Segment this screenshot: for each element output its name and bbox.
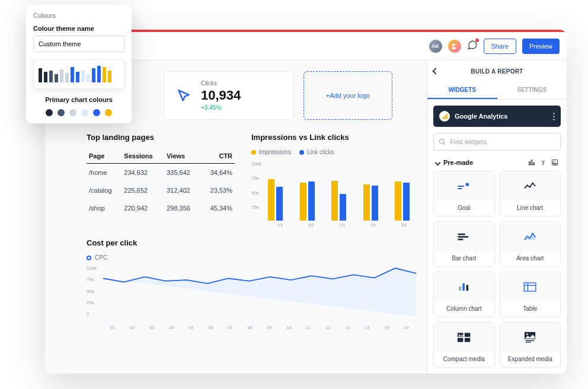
colours-title: Colours	[33, 12, 124, 19]
clicks-label: Clicks	[201, 80, 241, 87]
chevron-down-icon[interactable]	[435, 160, 441, 165]
colour-swatch[interactable]	[105, 109, 112, 116]
table-row[interactable]: /home234,632335,64234,64%	[87, 164, 235, 182]
svg-rect-15	[458, 238, 463, 240]
widget-line-chart[interactable]: Line chart	[500, 171, 561, 216]
colour-swatch[interactable]	[81, 109, 88, 116]
right-panel: BUILD A REPORT WIDGETS SETTINGS Google A…	[427, 60, 567, 374]
svg-rect-6	[529, 162, 530, 165]
stat-card-clicks: Clicks 10,934 +3.45%	[164, 71, 294, 120]
tab-settings[interactable]: SETTINGS	[497, 82, 567, 99]
add-logo-button[interactable]: +Add your logo	[303, 71, 392, 120]
svg-rect-25	[465, 337, 470, 342]
clicks-value: 10,934	[201, 88, 241, 103]
colour-swatch[interactable]	[57, 109, 65, 116]
widget-goal[interactable]: Goal	[433, 171, 495, 216]
primary-colours-label: Primary chart colours	[33, 96, 124, 103]
svg-rect-2	[444, 115, 445, 119]
svg-rect-18	[466, 285, 468, 291]
section-premade: Pre-made	[443, 159, 473, 166]
svg-rect-16	[459, 286, 461, 291]
table-header: Sessions	[122, 149, 164, 164]
cursor-icon	[176, 88, 191, 103]
google-analytics-icon	[439, 111, 450, 122]
svg-rect-1	[442, 117, 443, 119]
table-row[interactable]: /catalog225,652312,40223,53%	[87, 181, 235, 199]
columns-icon[interactable]	[528, 159, 535, 166]
svg-rect-3	[446, 114, 447, 119]
widget-area-chart[interactable]: Area chart	[500, 221, 561, 267]
svg-rect-19	[524, 282, 536, 291]
avatar-user-2[interactable]	[448, 40, 461, 53]
chat-icon[interactable]	[467, 40, 478, 53]
theme-name-input[interactable]	[33, 36, 124, 52]
bar-chart: 100k75k50k25k	[251, 161, 416, 221]
tab-widgets[interactable]: WIDGETS	[427, 82, 497, 99]
svg-rect-24	[458, 337, 463, 342]
svg-rect-17	[462, 283, 465, 290]
search-input[interactable]: Find widgets	[433, 133, 561, 151]
search-icon	[439, 138, 446, 146]
svg-rect-23	[465, 333, 470, 337]
image-icon[interactable]	[551, 159, 558, 166]
clicks-delta: +3.45%	[201, 104, 241, 111]
landing-title: Top landing pages	[87, 133, 235, 142]
share-button[interactable]: Share	[484, 39, 516, 54]
cpc-legend: CPC	[87, 254, 416, 261]
svg-point-0	[452, 43, 455, 46]
widget-table[interactable]: Table	[500, 272, 561, 317]
integration-google-analytics[interactable]: Google Analytics	[433, 106, 561, 127]
text-icon[interactable]: T	[541, 159, 545, 166]
preview-button[interactable]: Preview	[522, 39, 560, 54]
colour-swatch[interactable]	[93, 109, 100, 116]
legend-impressions: Impressions	[251, 149, 291, 155]
svg-rect-7	[531, 160, 532, 165]
theme-name-label: Colour theme name	[33, 25, 124, 32]
landing-table: PageSessionsViewsCTR /home234,632335,642…	[87, 149, 235, 217]
svg-line-5	[443, 143, 445, 145]
svg-point-28	[526, 333, 528, 335]
widget-bar-chart[interactable]: Bar chart	[433, 221, 495, 267]
panel-title: BUILD A REPORT	[471, 68, 523, 75]
area-chart: 100k75k50k25k0	[87, 266, 416, 325]
table-header: Views	[164, 149, 200, 164]
legend-linkclicks: Link clicks	[299, 149, 334, 155]
svg-point-10	[554, 161, 555, 162]
palette-preview[interactable]	[33, 59, 124, 89]
colour-swatch[interactable]	[69, 109, 76, 116]
back-icon[interactable]	[432, 68, 439, 74]
table-header: CTR	[200, 149, 235, 164]
svg-rect-14	[458, 236, 468, 238]
cpc-title: Cost per click	[87, 238, 416, 247]
impressions-title: Impressions vs Link clicks	[251, 133, 416, 142]
svg-rect-8	[533, 163, 534, 165]
more-icon[interactable]	[553, 113, 555, 120]
widget-column-chart[interactable]: Column chart	[433, 272, 495, 317]
colour-swatch[interactable]	[46, 109, 53, 116]
table-row[interactable]: /shop220,942298,35645,34%	[87, 199, 235, 217]
widget-expanded-media[interactable]: Expanded media	[500, 322, 561, 368]
table-header: Page	[87, 149, 122, 164]
svg-point-4	[440, 139, 445, 144]
widget-compact-media[interactable]: Compact media	[433, 322, 495, 368]
colours-panel: Colours Colour theme name Primary chart …	[26, 5, 132, 123]
svg-point-26	[458, 334, 459, 335]
avatar-user-1[interactable]: AK	[429, 40, 442, 53]
svg-rect-13	[458, 233, 465, 235]
